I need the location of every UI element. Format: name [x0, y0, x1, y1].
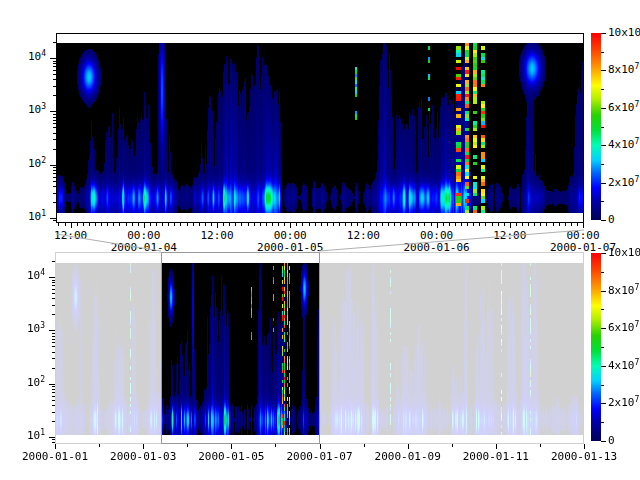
overview-cbar-tick-label-text: 10x10: [608, 246, 640, 259]
overview-y-tick-label-exponent: 3: [40, 321, 45, 330]
detail-y-tick-label: 103: [16, 103, 46, 117]
overview-x-minor-tick: [275, 444, 276, 447]
overview-cbar-tick-label-text: 2x10: [608, 396, 635, 409]
overview-cbar-major-tick: [601, 441, 606, 442]
overview-y-minor-tick: [52, 396, 55, 397]
overview-y-minor-tick: [52, 305, 55, 306]
overview-y-minor-tick: [52, 439, 55, 440]
overview-x-tick-label-text: 2000-01-07: [286, 450, 352, 463]
detail-cbar-tick-label: 6x107: [608, 101, 639, 115]
connector-line-left: [56, 234, 161, 251]
detail-spectrogram-canvas[interactable]: [57, 43, 583, 213]
detail-cbar-tick-label-exponent: 7: [635, 137, 640, 146]
detail-y-major-tick: [50, 111, 56, 112]
overview-y-minor-tick: [52, 412, 55, 413]
overview-selection-box[interactable]: [161, 252, 320, 444]
overview-y-axis: 101102103104: [0, 252, 55, 444]
detail-cbar-minor-tick: [601, 201, 604, 202]
detail-y-minor-tick: [53, 74, 56, 75]
detail-spectrogram-plot[interactable]: [56, 33, 584, 223]
overview-x-major-tick: [496, 444, 497, 449]
overview-x-tick-label: 2000-01-01: [22, 450, 88, 463]
overview-x-tick-label-text: 2000-01-03: [110, 450, 176, 463]
overview-y-tick-label: 104: [15, 269, 45, 283]
overview-x-axis: 2000-01-012000-01-032000-01-052000-01-07…: [55, 444, 584, 468]
overview-cbar-tick-label-exponent: 7: [635, 358, 640, 367]
overview-y-minor-tick: [52, 421, 55, 422]
overview-y-tick-label: 102: [15, 376, 45, 390]
overview-x-major-tick: [55, 444, 56, 449]
overview-y-tick-label-text: 10: [27, 376, 40, 389]
overview-colorbar[interactable]: [591, 253, 601, 441]
detail-y-tick-label-exponent: 2: [41, 156, 46, 165]
detail-y-major-tick: [50, 58, 56, 59]
overview-y-minor-tick: [52, 333, 55, 334]
overview-y-tick-label-exponent: 4: [40, 268, 45, 277]
overview-x-minor-tick: [452, 444, 453, 447]
overview-x-major-tick: [320, 444, 321, 449]
overview-cbar-tick-label-exponent: 7: [635, 320, 640, 329]
overview-y-minor-tick: [52, 314, 55, 315]
overview-x-tick-label: 2000-01-11: [463, 450, 529, 463]
detail-y-minor-tick: [53, 120, 56, 121]
overview-y-minor-tick: [52, 289, 55, 290]
overview-x-tick-label-text: 2000-01-09: [375, 450, 441, 463]
overview-cbar-minor-tick: [601, 272, 604, 273]
detail-cbar-minor-tick: [601, 164, 604, 165]
context-connector-lines: [0, 220, 640, 256]
detail-cbar-minor-tick: [601, 52, 604, 53]
overview-cbar-minor-tick: [601, 422, 604, 423]
overview-cbar-tick-label: 0: [608, 434, 615, 447]
overview-cbar-tick-label-text: 4x10: [608, 359, 635, 372]
detail-colorbar-axis: 02x1074x1076x1078x10710x107: [601, 33, 640, 221]
overview-cbar-tick-label-text: 8x10: [608, 284, 635, 297]
overview-fade-right: [319, 252, 584, 444]
overview-y-tick-label-exponent: 2: [40, 375, 45, 384]
overview-y-minor-tick: [52, 346, 55, 347]
overview-cbar-tick-label-exponent: 7: [635, 395, 640, 404]
overview-y-tick-label-text: 10: [27, 269, 40, 282]
overview-y-minor-tick: [52, 392, 55, 393]
detail-cbar-tick-label-exponent: 7: [635, 62, 640, 71]
detail-y-minor-tick: [53, 42, 56, 43]
overview-cbar-tick-label: 8x107: [608, 284, 639, 298]
detail-y-minor-tick: [53, 133, 56, 134]
overview-cbar-major-tick: [601, 366, 606, 367]
overview-x-major-tick: [584, 444, 585, 449]
detail-cbar-major-tick: [601, 33, 606, 34]
overview-cbar-tick-label: 2x107: [608, 396, 639, 410]
overview-y-minor-tick: [52, 285, 55, 286]
detail-y-minor-tick: [53, 66, 56, 67]
overview-x-minor-tick: [364, 444, 365, 447]
detail-cbar-tick-label-text: 6x10: [608, 101, 635, 114]
overview-y-tick-label-text: 10: [27, 429, 40, 442]
detail-cbar-major-tick: [601, 70, 606, 71]
overview-cbar-major-tick: [601, 403, 606, 404]
detail-cbar-minor-tick: [601, 89, 604, 90]
detail-cbar-tick-label-text: 2x10: [608, 176, 635, 189]
detail-y-tick-label-exponent: 4: [41, 49, 46, 58]
detail-y-tick-label: 102: [16, 157, 46, 171]
detail-y-minor-tick: [53, 173, 56, 174]
detail-colorbar[interactable]: [591, 33, 601, 220]
detail-y-minor-tick: [53, 139, 56, 140]
detail-y-tick-label: 104: [16, 50, 46, 64]
overview-y-major-tick: [49, 384, 55, 385]
detail-y-tick-label-text: 10: [28, 157, 41, 170]
overview-x-major-tick: [231, 444, 232, 449]
detail-y-tick-label-text: 10: [28, 103, 41, 116]
overview-y-minor-tick: [52, 342, 55, 343]
overview-y-minor-tick: [52, 400, 55, 401]
detail-y-major-tick: [50, 165, 56, 166]
overview-x-minor-tick: [540, 444, 541, 447]
detail-y-tick-label-text: 10: [28, 50, 41, 63]
overview-y-tick-label: 103: [15, 322, 45, 336]
overview-cbar-tick-label-text: 6x10: [608, 321, 635, 334]
overview-y-tick-label: 101: [15, 429, 45, 443]
overview-x-minor-tick: [187, 444, 188, 447]
detail-y-minor-tick: [53, 79, 56, 80]
overview-cbar-major-tick: [601, 328, 606, 329]
overview-y-minor-tick: [52, 261, 55, 262]
overview-cbar-major-tick: [601, 291, 606, 292]
overview-y-tick-label-exponent: 1: [40, 428, 45, 437]
